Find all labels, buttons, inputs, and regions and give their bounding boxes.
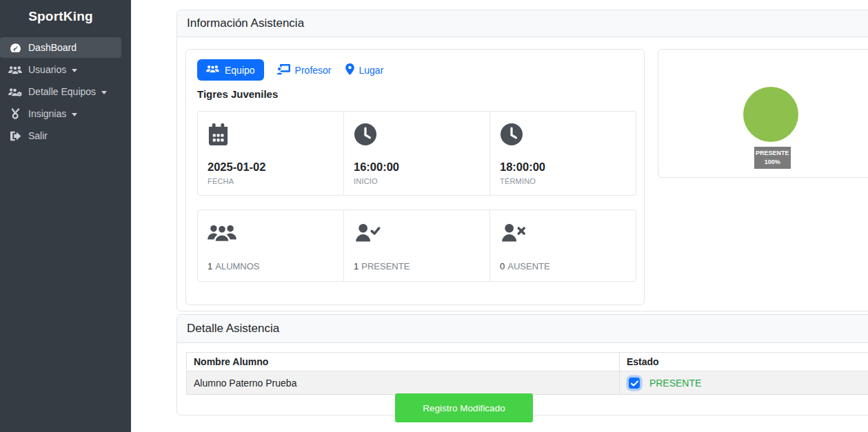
inicio-card: 16:00:00 INICIO <box>344 111 490 196</box>
chevron-down-icon <box>72 113 77 116</box>
ausente-label: AUSENTE <box>507 261 549 271</box>
chevron-down-icon <box>72 69 77 72</box>
fecha-card: 2025-01-02 FECHA <box>197 111 344 196</box>
sidebar-item-label: Detalle Equipos <box>28 86 96 97</box>
users-icon <box>208 221 334 245</box>
fecha-label: FECHA <box>208 177 334 185</box>
inicio-value: 16:00:00 <box>354 161 480 174</box>
alumno-nombre-cell: Alumno Paterno Prueba <box>187 371 620 395</box>
info-panel-title: Información Asistencia <box>187 17 304 30</box>
presente-card: 1PRESENTE <box>344 209 490 282</box>
col-nombre-alumno: Nombre Alumno <box>187 353 620 371</box>
detail-panel-header: Detalle Asistencia <box>177 315 868 343</box>
table-header-row: Nombre Alumno Estado <box>187 353 868 371</box>
ausente-card: 0AUSENTE <box>490 209 636 282</box>
attendance-chart-card: PRESENTE 100% <box>658 49 868 178</box>
sidebar-item-dashboard[interactable]: DashBoard <box>0 37 121 58</box>
inicio-label: INICIO <box>354 177 480 185</box>
pie-label-percent: 100% <box>756 158 789 167</box>
detail-panel-title: Detalle Asistencia <box>187 322 279 335</box>
users-cog-icon <box>8 87 23 97</box>
attendance-table: Nombre Alumno Estado Alumno Paterno Prue… <box>186 352 868 395</box>
calendar-icon <box>208 123 334 146</box>
termino-label: TÉRMINO <box>500 177 626 185</box>
alumnos-card: 1ALUMNOS <box>197 209 344 282</box>
medal-icon <box>8 108 23 119</box>
termino-card: 18:00:00 TÉRMINO <box>490 111 636 196</box>
presente-count: 1 <box>354 261 359 271</box>
sidebar: SportKing DashBoard <box>0 0 131 432</box>
sidebar-item-insignias[interactable]: Insignias <box>0 103 121 124</box>
pie-chart-label: PRESENTE 100% <box>754 147 791 169</box>
user-times-icon <box>500 221 626 245</box>
sidebar-nav: DashBoard Usuarios <box>0 37 131 146</box>
info-asistencia-panel: Información Asistencia Equipo <box>176 10 868 311</box>
users-icon <box>206 64 219 76</box>
chalkboard-teacher-icon <box>276 63 290 77</box>
sidebar-item-usuarios[interactable]: Usuarios <box>0 59 121 80</box>
attendance-pie-chart <box>743 87 798 142</box>
schedule-grid: 2025-01-02 FECHA 16:00:00 INICIO <box>197 111 636 196</box>
map-marker-icon <box>345 63 354 77</box>
table-row: Alumno Paterno Prueba PRESENTE <box>187 371 868 395</box>
tab-equipo[interactable]: Equipo <box>197 59 264 81</box>
chevron-down-icon <box>101 91 107 94</box>
alumnos-label: ALUMNOS <box>215 261 259 271</box>
tachometer-icon <box>8 43 23 53</box>
alumno-estado-cell: PRESENTE <box>620 371 868 395</box>
sidebar-item-label: Insignias <box>28 108 66 119</box>
tab-profesor[interactable]: Profesor <box>275 59 333 81</box>
fecha-value: 2025-01-02 <box>208 161 334 174</box>
alumnos-count: 1 <box>208 261 212 271</box>
pie-label-category: PRESENTE <box>756 149 789 158</box>
sidebar-item-detalle-equipos[interactable]: Detalle Equipos <box>0 81 121 102</box>
tab-label: Profesor <box>295 65 332 76</box>
sidebar-item-label: Salir <box>28 130 48 141</box>
clock-icon <box>354 123 480 146</box>
attendance-summary-card: Equipo Profesor <box>185 49 645 305</box>
stats-grid: 1ALUMNOS 1PRESENTE <box>197 209 636 282</box>
toast-notification: Registro Modificado <box>395 393 533 422</box>
ausente-count: 0 <box>500 261 505 271</box>
view-tabs: Equipo Profesor <box>197 59 633 81</box>
sidebar-item-salir[interactable]: Salir <box>0 125 121 146</box>
clock-icon <box>500 123 626 146</box>
estado-value: PRESENTE <box>649 378 701 389</box>
info-panel-header: Información Asistencia <box>177 10 868 37</box>
col-estado: Estado <box>620 353 868 371</box>
tab-label: Equipo <box>225 65 255 76</box>
user-check-icon <box>354 221 480 245</box>
team-name: Tigres Juveniles <box>197 88 633 100</box>
users-icon <box>8 65 23 75</box>
tab-label: Lugar <box>359 65 384 76</box>
termino-value: 18:00:00 <box>500 161 626 174</box>
app-brand: SportKing <box>0 0 121 32</box>
tab-lugar[interactable]: Lugar <box>344 59 385 81</box>
sidebar-item-label: DashBoard <box>28 42 77 53</box>
sign-out-icon <box>8 131 23 141</box>
sidebar-item-label: Usuarios <box>28 64 66 75</box>
presente-label: PRESENTE <box>361 261 410 271</box>
presente-checkbox[interactable] <box>629 378 640 389</box>
